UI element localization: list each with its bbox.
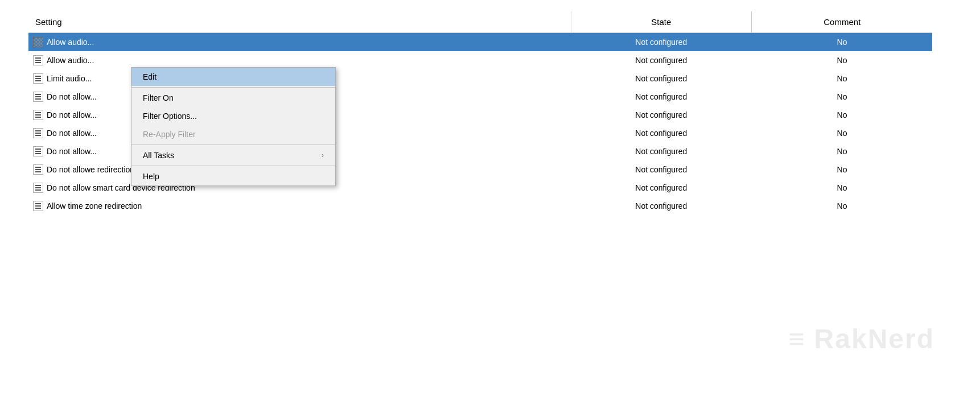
setting-text: Do not allow... (47, 110, 97, 119)
setting-text: Allow audio... (47, 56, 94, 65)
main-container: Setting State Comment Allow audio...Not … (0, 0, 980, 400)
state-cell: Not configured (571, 88, 752, 106)
menu-item-re-apply-filter: Re-Apply Filter (131, 125, 335, 143)
menu-separator (131, 166, 335, 166)
comment-cell: No (752, 88, 933, 106)
menu-item-all-tasks[interactable]: All Tasks› (131, 146, 335, 164)
menu-item-help[interactable]: Help (131, 167, 335, 185)
list-icon (33, 110, 43, 120)
list-icon (33, 128, 43, 138)
menu-item-label: Help (143, 172, 159, 181)
setting-text: Do not allow... (47, 147, 97, 156)
menu-item-label: All Tasks (143, 151, 174, 160)
state-cell: Not configured (571, 33, 752, 52)
state-cell: Not configured (571, 106, 752, 124)
comment-cell: No (752, 197, 933, 215)
submenu-arrow-icon: › (322, 151, 324, 159)
comment-cell: No (752, 160, 933, 179)
column-header-comment: Comment (752, 11, 933, 33)
checkerboard-icon (33, 37, 43, 47)
setting-text: Allow audio... (47, 38, 94, 47)
table-header-row: Setting State Comment (28, 11, 932, 33)
state-cell: Not configured (571, 179, 752, 197)
state-cell: Not configured (571, 51, 752, 69)
setting-text: Allow time zone redirection (47, 201, 142, 211)
menu-item-filter-on[interactable]: Filter On (131, 89, 335, 107)
menu-item-label: Edit (143, 72, 157, 81)
table-row[interactable]: Allow time zone redirectionNot configure… (28, 197, 932, 215)
setting-text: Do not allowe redirection (47, 165, 134, 174)
comment-cell: No (752, 124, 933, 142)
menu-item-filter-options[interactable]: Filter Options... (131, 107, 335, 125)
menu-item-label: Filter Options... (143, 112, 197, 121)
setting-cell: Allow time zone redirection (28, 197, 571, 215)
setting-text: Do not allow... (47, 92, 97, 101)
setting-cell: Allow audio... (28, 33, 571, 52)
table-row[interactable]: Allow audio...Not configuredNo (28, 33, 932, 52)
comment-cell: No (752, 142, 933, 160)
setting-text: Limit audio... (47, 74, 92, 83)
state-cell: Not configured (571, 160, 752, 179)
comment-cell: No (752, 106, 933, 124)
menu-separator (131, 87, 335, 88)
setting-text: Do not allow... (47, 129, 97, 138)
comment-cell: No (752, 51, 933, 69)
context-menu: EditFilter OnFilter Options...Re-Apply F… (131, 67, 336, 186)
menu-separator (131, 145, 335, 145)
menu-item-edit[interactable]: Edit (131, 68, 335, 86)
state-cell: Not configured (571, 124, 752, 142)
list-icon (33, 183, 43, 193)
comment-cell: No (752, 33, 933, 52)
list-icon (33, 164, 43, 175)
list-icon (33, 146, 43, 156)
state-cell: Not configured (571, 197, 752, 215)
menu-item-label: Re-Apply Filter (143, 130, 196, 139)
list-icon (33, 55, 43, 65)
list-icon (33, 201, 43, 211)
comment-cell: No (752, 179, 933, 197)
state-cell: Not configured (571, 69, 752, 88)
comment-cell: No (752, 69, 933, 88)
column-header-setting: Setting (28, 11, 571, 33)
state-cell: Not configured (571, 142, 752, 160)
list-icon (33, 92, 43, 102)
menu-item-label: Filter On (143, 93, 174, 102)
list-icon (33, 73, 43, 84)
column-header-state: State (571, 11, 752, 33)
